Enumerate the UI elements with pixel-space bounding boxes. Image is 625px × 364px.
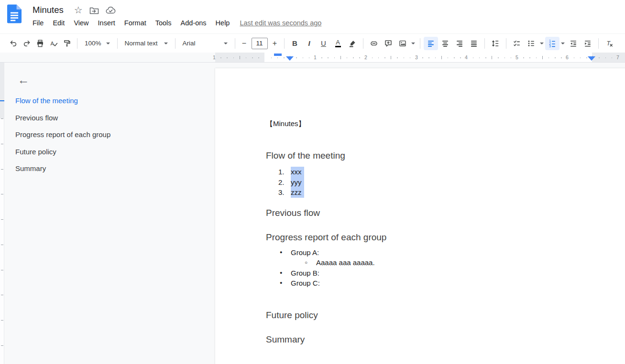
- list-text[interactable]: Group B:: [291, 268, 319, 278]
- document-body[interactable]: 【Minutes】Flow of the meeting1.xxx2.yyy3.…: [215, 68, 625, 345]
- numbered-list-button[interactable]: 123: [545, 37, 559, 50]
- spell-check-button[interactable]: A: [47, 37, 60, 50]
- doc-bullet-list-5[interactable]: ●Group A:○Aaaaa aaa aaaaa.●Group B:●Grou…: [266, 247, 625, 289]
- ruler-tick: [542, 56, 543, 59]
- outline-item-previous-flow[interactable]: Previous flow: [4, 109, 210, 127]
- list-text[interactable]: Group A:: [291, 247, 319, 258]
- menu-help[interactable]: Help: [216, 19, 230, 27]
- insert-image-menu-arrow[interactable]: [410, 37, 417, 50]
- menu-file[interactable]: File: [33, 19, 44, 27]
- bullet-list-item[interactable]: ○Aaaaa aaa aaaaa.: [266, 257, 625, 268]
- document-title[interactable]: Minutes: [33, 5, 64, 15]
- checklist-button[interactable]: [510, 37, 524, 50]
- horizontal-ruler[interactable]: 11234567: [0, 53, 625, 63]
- menu-view[interactable]: View: [74, 19, 88, 27]
- doc-paragraph-0[interactable]: 【Minutes】: [266, 118, 625, 128]
- ruler-number: 6: [564, 54, 570, 60]
- bulleted-list-button[interactable]: [524, 37, 538, 50]
- selected-text[interactable]: yyy: [291, 177, 304, 188]
- outline-item-flow-of-the-meeting[interactable]: Flow of the meeting: [4, 92, 210, 109]
- line-spacing-button[interactable]: [488, 37, 503, 50]
- ruler-tick: [372, 57, 373, 58]
- ruler-tick: [277, 57, 278, 58]
- first-line-indent-marker[interactable]: [274, 54, 282, 56]
- redo-button[interactable]: [20, 37, 33, 50]
- increase-indent-button[interactable]: [581, 37, 595, 50]
- doc-heading-7[interactable]: Summary: [266, 334, 625, 345]
- doc-heading-4[interactable]: Progress report of each group: [266, 232, 625, 243]
- menu-edit[interactable]: Edit: [53, 19, 65, 27]
- spell-check-icon: A: [49, 39, 58, 48]
- insert-comment-button[interactable]: [381, 37, 395, 50]
- bulleted-list-menu-arrow[interactable]: [538, 37, 545, 50]
- numbered-list-item[interactable]: 2.yyy: [266, 177, 625, 188]
- chevron-down-icon: [164, 43, 168, 44]
- text-color-button[interactable]: A: [331, 37, 345, 50]
- outline-item-progress-report-of-each-group[interactable]: Progress report of each group: [4, 126, 210, 143]
- align-center-button[interactable]: [438, 37, 452, 50]
- ruler-tick: [428, 57, 429, 58]
- ruler-tick: [220, 57, 221, 58]
- font-size-field[interactable]: 11: [252, 38, 268, 49]
- ruler-tick: [227, 57, 228, 58]
- underline-button[interactable]: U: [317, 37, 331, 50]
- doc-numbered-list-2[interactable]: 1.xxx2.yyy3.zzz: [266, 167, 625, 198]
- left-indent-marker[interactable]: [286, 56, 294, 61]
- document-page[interactable]: 【Minutes】Flow of the meeting1.xxx2.yyy3.…: [215, 68, 625, 364]
- font-family-select[interactable]: Arial: [179, 37, 231, 50]
- bullet-list-item[interactable]: ●Group B:: [266, 268, 625, 278]
- ruler-tick: [404, 57, 405, 58]
- menu-tools[interactable]: Tools: [155, 19, 172, 27]
- menu-format[interactable]: Format: [124, 19, 146, 27]
- align-right-button[interactable]: [452, 37, 467, 50]
- clear-formatting-button[interactable]: T: [602, 37, 616, 50]
- doc-heading-3[interactable]: Previous flow: [266, 207, 625, 219]
- paint-format-button[interactable]: [60, 37, 74, 50]
- decrease-indent-button[interactable]: [566, 37, 581, 50]
- numbered-list-item[interactable]: 3.zzz: [266, 187, 625, 198]
- zoom-select[interactable]: 100%: [81, 37, 114, 50]
- outline-item-future-policy[interactable]: Future policy: [4, 143, 210, 161]
- insert-image-button[interactable]: [395, 37, 410, 50]
- doc-heading-6[interactable]: Future policy: [266, 310, 625, 321]
- menu-add-ons[interactable]: Add-ons: [181, 19, 207, 27]
- italic-button[interactable]: I: [302, 37, 317, 50]
- vertical-ruler[interactable]: [0, 63, 4, 364]
- doc-heading-1[interactable]: Flow of the meeting: [266, 150, 625, 161]
- list-text[interactable]: Group C:: [291, 278, 320, 289]
- ruler-tick: [529, 57, 530, 58]
- decrease-font-size-button[interactable]: −: [239, 37, 250, 50]
- list-text[interactable]: Aaaaa aaa aaaaa.: [316, 257, 375, 268]
- star-icon[interactable]: ☆: [74, 5, 83, 15]
- ruler-tick: [303, 57, 304, 58]
- justify-button[interactable]: [467, 37, 481, 50]
- align-left-button[interactable]: [424, 37, 438, 50]
- bullet-list-item[interactable]: ●Group C:: [266, 278, 625, 289]
- selected-text[interactable]: xxx: [291, 167, 304, 177]
- menu-insert[interactable]: Insert: [98, 19, 115, 27]
- docs-logo-icon[interactable]: [7, 4, 22, 23]
- right-indent-marker[interactable]: [588, 56, 595, 61]
- insert-link-button[interactable]: [367, 37, 381, 50]
- ruler-tick: [511, 57, 512, 58]
- paragraph-style-select[interactable]: Normal text: [121, 37, 172, 50]
- numbered-list-item[interactable]: 1.xxx: [266, 167, 625, 177]
- increase-font-size-button[interactable]: +: [269, 37, 281, 50]
- numbered-list-icon: 123: [548, 39, 557, 48]
- cloud-saved-icon[interactable]: [106, 6, 116, 14]
- undo-button[interactable]: [7, 37, 20, 50]
- outline-item-summary[interactable]: Summary: [4, 160, 210, 177]
- ruler-tick: [340, 56, 341, 59]
- redo-icon: [22, 39, 31, 48]
- last-edit-status[interactable]: Last edit was seconds ago: [240, 19, 321, 27]
- print-button[interactable]: [33, 37, 47, 50]
- close-outline-button[interactable]: ←: [15, 71, 32, 88]
- numbered-list-menu-arrow[interactable]: [559, 37, 566, 50]
- bold-button[interactable]: B: [288, 37, 302, 50]
- selected-text[interactable]: zzz: [291, 187, 304, 198]
- ruler-tick: [580, 57, 581, 58]
- outline-list: Flow of the meetingPrevious flowProgress…: [4, 92, 210, 177]
- bullet-list-item[interactable]: ●Group A:: [266, 247, 625, 258]
- highlight-color-button[interactable]: [345, 37, 360, 50]
- move-folder-icon[interactable]: [89, 6, 99, 14]
